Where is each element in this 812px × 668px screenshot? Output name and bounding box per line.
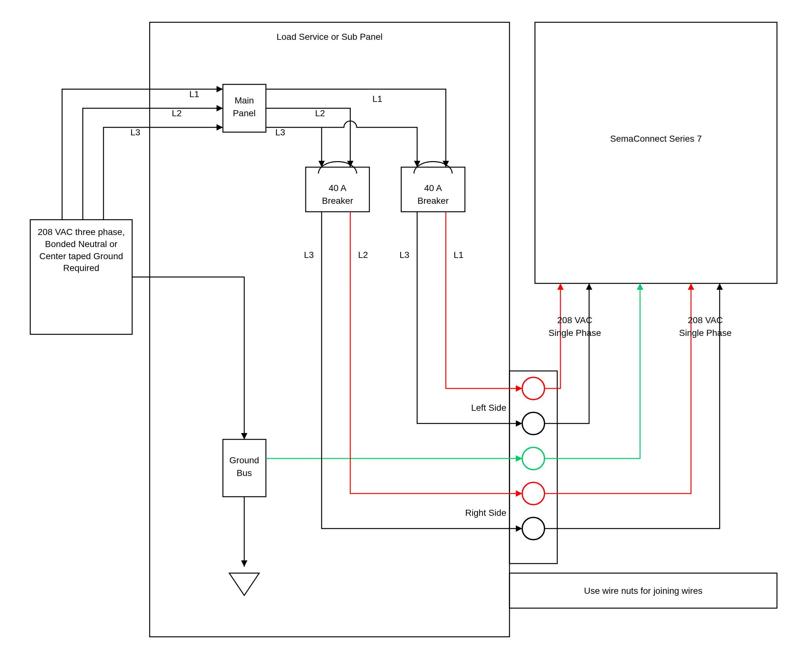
label-L2-in: L2 [172, 108, 182, 118]
right-side-label: Right Side [465, 508, 506, 518]
device-box [535, 22, 777, 283]
wire-L1-out [266, 89, 446, 167]
ground-bus-line1: Ground [229, 455, 259, 465]
terminal-node-3-green [522, 448, 545, 469]
terminal-node-2-black [522, 412, 545, 434]
arrow [516, 420, 522, 427]
arrow [516, 385, 522, 392]
wire-L3r-to-node2 [417, 287, 522, 424]
label-L1-out: L1 [372, 94, 382, 104]
wire-node3-up [545, 283, 640, 459]
main-panel-label: Main [235, 95, 254, 105]
label-L1-in: L1 [189, 89, 199, 99]
arrow [688, 283, 694, 290]
label-br-L1: L1 [453, 250, 463, 260]
label-L2-out: L2 [315, 108, 325, 118]
wire-nuts-label: Use wire nuts for joining wires [584, 586, 702, 596]
arrow [217, 86, 223, 92]
ground-symbol [229, 573, 259, 595]
arrow [217, 105, 223, 112]
label-br-L3: L3 [399, 250, 409, 260]
single-phase-2a: 208 VAC [688, 315, 723, 325]
terminal-node-4-red [522, 483, 545, 505]
wiring-diagram: Load Service or Sub Panel 208 VAC three … [0, 0, 812, 668]
wire-L1-to-node1 [446, 287, 522, 388]
arrow [586, 283, 592, 290]
arrow [516, 490, 522, 497]
arrow [516, 455, 522, 462]
main-panel-label2: Panel [233, 108, 256, 118]
label-L3-out: L3 [275, 127, 285, 137]
arrow [637, 283, 643, 290]
single-phase-2b: Single Phase [679, 328, 732, 338]
terminal-node-5-black [522, 518, 545, 540]
wire-source-to-ground [132, 277, 244, 439]
wire-node4-up [545, 283, 691, 494]
label-L3-in: L3 [130, 127, 140, 137]
arrow [217, 124, 223, 130]
single-phase-1a: 208 VAC [557, 315, 592, 325]
terminal-node-1-red [522, 377, 545, 399]
arrow [414, 161, 420, 167]
arrow [241, 433, 247, 439]
breaker-left-line1: 40 A [329, 183, 346, 193]
breaker-left-line2: Breaker [322, 196, 353, 206]
arrow [717, 283, 723, 290]
wire-L3-in [104, 127, 223, 220]
breaker-right-line1: 40 A [424, 183, 442, 193]
sub-panel-box [150, 22, 510, 637]
breaker-right-line2: Breaker [418, 196, 449, 206]
left-side-label: Left Side [471, 403, 506, 412]
ground-bus-line2: Bus [237, 468, 252, 478]
arrow [241, 560, 247, 567]
wire-L2-out [266, 108, 350, 167]
label-bl-L2: L2 [358, 250, 368, 260]
wire-L2-to-node4 [350, 287, 522, 494]
label-bl-L3: L3 [304, 250, 314, 260]
wire-node2-up [545, 283, 589, 424]
sub-panel-title: Load Service or Sub Panel [276, 32, 383, 42]
source-label: 208 VAC three phase, Bonded Neutral or C… [33, 226, 129, 274]
arrow [557, 283, 564, 290]
single-phase-1b: Single Phase [548, 328, 601, 338]
arrow [516, 525, 522, 532]
device-label: SemaConnect Series 7 [610, 134, 702, 144]
arrow [318, 161, 325, 167]
wire-L3-out-left [266, 127, 322, 167]
wire-L3-out-right [322, 121, 417, 167]
